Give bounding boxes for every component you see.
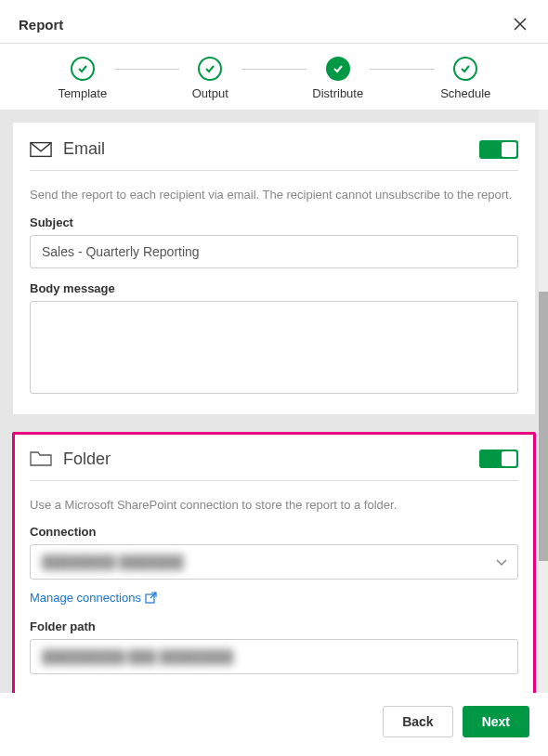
content-area: Email Send the report to each recipient … bbox=[0, 110, 548, 693]
folder-path-value: █████████/███ ████████ bbox=[42, 649, 233, 664]
step-label: Distribute bbox=[312, 86, 363, 100]
step-label: Template bbox=[58, 86, 107, 100]
card-header: Email bbox=[30, 139, 518, 171]
scrollbar-thumb[interactable] bbox=[539, 292, 548, 561]
body-label: Body message bbox=[30, 281, 518, 295]
card-title: Folder bbox=[63, 450, 111, 469]
dialog-header: Report bbox=[0, 0, 548, 43]
body-textarea[interactable] bbox=[30, 301, 518, 394]
connection-label: Connection bbox=[30, 525, 518, 539]
check-icon bbox=[198, 57, 222, 81]
close-icon bbox=[514, 18, 527, 31]
card-description: Use a Microsoft SharePoint connection to… bbox=[30, 496, 518, 515]
manage-connections-link[interactable]: Manage connections bbox=[30, 591, 157, 605]
next-button[interactable]: Next bbox=[463, 706, 529, 737]
check-icon bbox=[326, 57, 350, 81]
chevron-down-icon bbox=[496, 554, 507, 570]
step-template[interactable]: Template bbox=[19, 57, 147, 100]
scrollbar[interactable] bbox=[539, 110, 548, 693]
dialog-footer: Back Next bbox=[0, 693, 548, 750]
connection-select[interactable]: ████████ ███████ bbox=[30, 544, 518, 580]
folder-path-input[interactable]: █████████/███ ████████ bbox=[30, 639, 518, 674]
close-button[interactable] bbox=[511, 15, 529, 33]
card-header: Folder bbox=[30, 450, 518, 481]
step-output[interactable]: Output bbox=[147, 57, 275, 100]
dialog-title: Report bbox=[19, 17, 63, 33]
check-icon bbox=[71, 57, 95, 81]
step-label: Output bbox=[192, 86, 228, 100]
back-button[interactable]: Back bbox=[383, 706, 452, 737]
connection-value: ████████ ███████ bbox=[42, 554, 184, 569]
step-label: Schedule bbox=[440, 86, 490, 100]
step-schedule[interactable]: Schedule bbox=[402, 57, 530, 100]
folder-toggle[interactable] bbox=[479, 450, 518, 468]
card-description: Send the report to each recipient via em… bbox=[30, 186, 518, 204]
link-text: Manage connections bbox=[30, 591, 141, 605]
stepper: Template Output Distribute Schedule bbox=[0, 43, 548, 110]
subject-input[interactable] bbox=[30, 235, 518, 268]
email-toggle[interactable] bbox=[479, 140, 518, 159]
card-title: Email bbox=[63, 139, 105, 159]
email-icon bbox=[30, 140, 52, 159]
check-icon bbox=[453, 57, 477, 81]
folder-card: Folder Use a Microsoft SharePoint connec… bbox=[13, 433, 535, 694]
folder-path-label: Folder path bbox=[30, 619, 518, 633]
subject-label: Subject bbox=[30, 215, 518, 229]
external-link-icon bbox=[145, 592, 157, 604]
step-distribute[interactable]: Distribute bbox=[274, 57, 402, 100]
email-card: Email Send the report to each recipient … bbox=[13, 123, 535, 414]
folder-icon bbox=[30, 450, 52, 468]
